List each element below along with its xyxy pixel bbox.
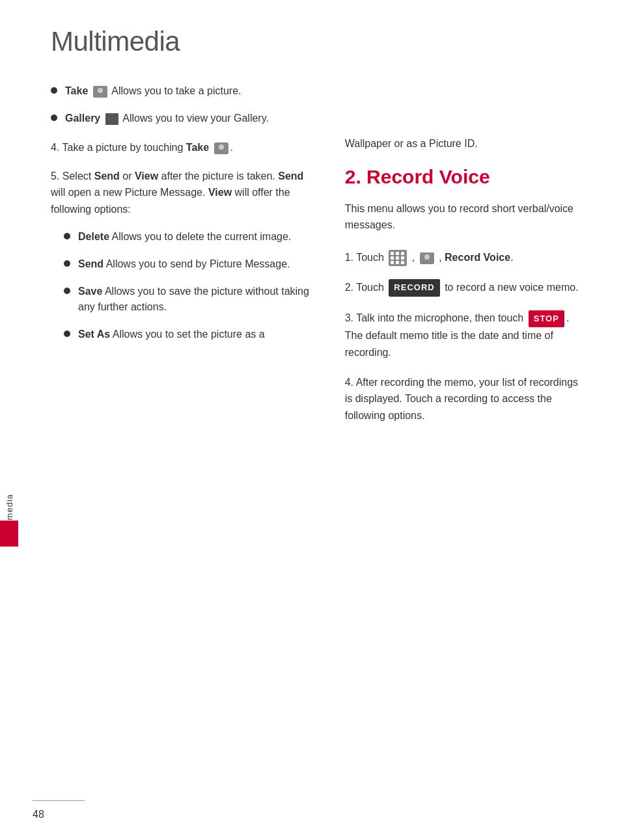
page-number: 48: [33, 809, 44, 820]
right-step-4-text: 4. After recording the memo, your list o…: [345, 377, 578, 421]
bullet-dot-send: [64, 260, 70, 267]
bullet-item-take: Take Allows you to take a picture.: [51, 83, 319, 99]
right-step-1-text: 1. Touch ,: [345, 252, 514, 263]
bullet-content-take: Take Allows you to take a picture.: [65, 83, 319, 99]
send-label: Send: [78, 258, 104, 269]
setas-content: Set As Allows you to set the picture as …: [78, 327, 319, 342]
camera-icon-step1: [420, 252, 434, 264]
step-5-send2: Send: [278, 170, 303, 182]
sub-bullets: Delete Allows you to delete the current …: [64, 229, 319, 342]
bullet-item-gallery: Gallery Allows you to view your Gallery.: [51, 111, 319, 126]
step-4: 4. Take a picture by touching Take .: [51, 139, 319, 156]
record-button: RECORD: [389, 279, 439, 297]
bullet-list: Take Allows you to take a picture. Galle…: [51, 83, 319, 126]
step-5-view2: View: [208, 187, 232, 198]
record-voice-label: Record Voice: [445, 252, 510, 263]
stop-button: STOP: [529, 310, 564, 328]
delete-text: Allows you to delete the current image.: [112, 231, 292, 242]
step-5-send: Send: [94, 170, 120, 182]
save-content: Save Allows you to save the picture with…: [78, 284, 319, 315]
bullet-dot-take: [51, 87, 57, 94]
gallery-label: Gallery: [65, 113, 104, 124]
delete-label: Delete: [78, 231, 109, 242]
right-step-4: 4. After recording the memo, your list o…: [345, 374, 588, 424]
continuation-text: Wallpaper or as a Picture ID.: [345, 83, 588, 152]
sub-bullet-delete: Delete Allows you to delete the current …: [64, 229, 319, 245]
camera-icon-step4: [214, 142, 228, 154]
delete-content: Delete Allows you to delete the current …: [78, 229, 319, 245]
footer-line: [33, 800, 85, 801]
save-text: Allows you to save the picture without t…: [78, 286, 309, 312]
two-column-layout: Take Allows you to take a picture. Galle…: [51, 83, 588, 437]
sidebar-tab: Multimedia: [0, 377, 18, 547]
step-5-text: 5. Select Send or View after the picture…: [51, 170, 303, 215]
camera-icon-take: [93, 86, 107, 98]
right-step-3: 3. Talk into the microphone, then touch …: [345, 310, 588, 360]
step-4-take-bold: Take: [186, 142, 212, 153]
bullet-dot-gallery: [51, 115, 57, 121]
page-title: Multimedia: [51, 26, 588, 57]
sidebar-marker: [0, 521, 18, 547]
right-step-2: 2. Touch RECORD to record a new voice me…: [345, 279, 588, 297]
bullet-content-gallery: Gallery Allows you to view your Gallery.: [65, 111, 319, 126]
setas-text: Allows you to set the picture as a: [113, 329, 265, 340]
bullet-dot-setas: [64, 331, 70, 337]
right-column: Wallpaper or as a Picture ID. 2. Record …: [345, 83, 588, 437]
right-step-3-text: 3. Talk into the microphone, then touch …: [345, 312, 570, 358]
right-step-2-text: 2. Touch RECORD to record a new voice me…: [345, 282, 579, 293]
step-5-view: View: [135, 170, 158, 182]
sub-bullet-setas: Set As Allows you to set the picture as …: [64, 327, 319, 342]
section-intro: This menu allows you to record short ver…: [345, 200, 588, 234]
step-4-num: 4. Take a picture by touching Take .: [51, 142, 233, 153]
gallery-icon: [105, 113, 118, 125]
bullet-dot-save: [64, 288, 70, 294]
save-label: Save: [78, 286, 102, 297]
take-text: Allows you to take a picture.: [111, 85, 241, 96]
take-label: Take: [65, 85, 91, 96]
bullet-dot-delete: [64, 233, 70, 239]
sub-bullet-send: Send Allows you to send by Picture Messa…: [64, 256, 319, 272]
send-content: Send Allows you to send by Picture Messa…: [78, 256, 319, 272]
page-container: Multimedia Multimedia Take Allows you to…: [0, 0, 621, 840]
gallery-text: Allows you to view your Gallery.: [122, 113, 269, 124]
right-step-1: 1. Touch ,: [345, 249, 588, 266]
main-content: Multimedia Take Allows you to take a pic…: [18, 0, 621, 840]
sub-bullet-save: Save Allows you to save the picture with…: [64, 284, 319, 315]
record-voice-heading: 2. Record Voice: [345, 165, 588, 189]
left-column: Take Allows you to take a picture. Galle…: [51, 83, 319, 437]
step-5: 5. Select Send or View after the picture…: [51, 168, 319, 218]
grid-icon: [389, 250, 407, 266]
send-text: Allows you to send by Picture Message.: [106, 258, 290, 269]
setas-label: Set As: [78, 329, 110, 340]
